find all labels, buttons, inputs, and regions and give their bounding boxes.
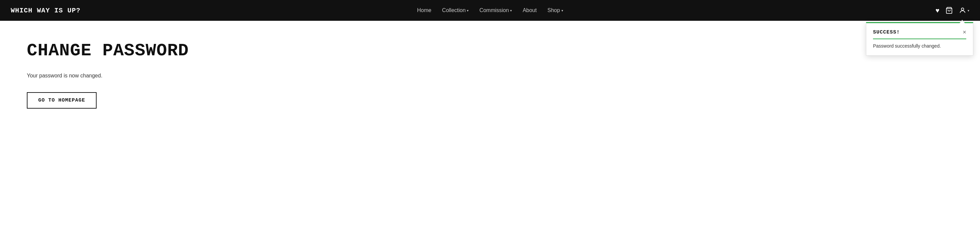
nav-links: Home Collection ▾ Commission ▾ About Sho…	[417, 7, 563, 13]
nav-link-home[interactable]: Home	[417, 7, 431, 13]
toast-message: Password successfully changed.	[873, 43, 966, 49]
toast-notification: SUCCESS! × Password successfully changed…	[866, 22, 973, 56]
site-logo[interactable]: WHICH WAY IS UP?	[11, 7, 81, 14]
toast-header: SUCCESS! ×	[873, 29, 966, 35]
chevron-down-icon: ▾	[967, 9, 969, 13]
password-changed-message: Your password is now changed.	[27, 73, 953, 79]
nav-link-collection[interactable]: Collection	[442, 7, 466, 13]
main-content: CHANGE PASSWORD Your password is now cha…	[0, 21, 980, 129]
nav-link-about[interactable]: About	[523, 7, 537, 13]
navbar: WHICH WAY IS UP? Home Collection ▾ Commi…	[0, 0, 980, 21]
user-icon[interactable]: ▾	[959, 7, 969, 14]
chevron-down-icon: ▾	[510, 9, 512, 13]
nav-item-home[interactable]: Home	[417, 7, 431, 13]
nav-item-about[interactable]: About	[523, 7, 537, 13]
page-title: CHANGE PASSWORD	[27, 41, 953, 61]
toast-close-button[interactable]: ×	[963, 29, 966, 35]
chevron-down-icon: ▾	[562, 9, 563, 13]
nav-item-commission[interactable]: Commission ▾	[479, 7, 512, 13]
wishlist-icon[interactable]: ♥	[935, 7, 939, 14]
nav-link-shop[interactable]: Shop	[547, 7, 560, 13]
toast-divider	[873, 38, 966, 39]
nav-icons: ♥ ▾	[935, 7, 969, 14]
cart-icon[interactable]	[945, 7, 953, 14]
nav-link-commission[interactable]: Commission	[479, 7, 509, 13]
toast-title: SUCCESS!	[873, 30, 900, 35]
svg-point-1	[961, 8, 964, 10]
nav-item-shop[interactable]: Shop ▾	[547, 7, 563, 13]
go-homepage-button[interactable]: GO TO HOMEPAGE	[27, 92, 97, 109]
nav-item-collection[interactable]: Collection ▾	[442, 7, 469, 13]
chevron-down-icon: ▾	[467, 9, 469, 13]
